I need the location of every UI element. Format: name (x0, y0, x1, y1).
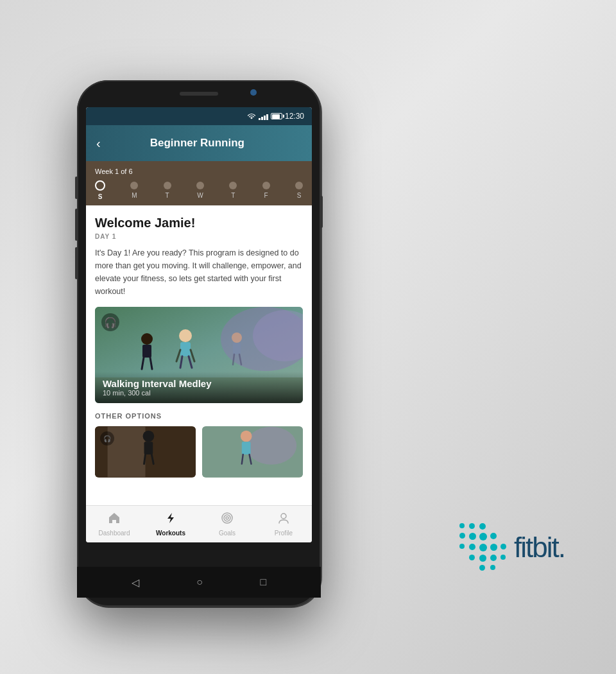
bolt-svg-icon (164, 512, 177, 524)
svg-rect-21 (144, 442, 153, 454)
svg-rect-15 (233, 343, 241, 354)
phone-btn-power (320, 196, 323, 228)
status-icons: 12:30 (247, 112, 304, 121)
day-label-f: F (264, 192, 268, 199)
day-label-t2: T (231, 192, 235, 199)
battery-icon (271, 113, 282, 119)
header-title: Beginner Running (106, 137, 289, 150)
day-label-t1: T (166, 192, 169, 199)
workout-card[interactable]: 🎧 Walking Interval Medley 10 min, 300 ca… (95, 307, 303, 403)
dot (469, 544, 475, 550)
android-back-button[interactable]: ◁ (132, 576, 139, 589)
day-dot-f (262, 182, 270, 189)
svg-point-10 (141, 333, 153, 345)
day-dot-t1 (164, 182, 171, 189)
day-item-s1[interactable]: S (95, 180, 105, 200)
nav-item-goals[interactable]: Goals (199, 512, 255, 537)
android-recent-button[interactable]: □ (261, 576, 267, 588)
workouts-icon (164, 512, 177, 528)
svg-point-25 (246, 427, 297, 465)
week-selector: Week 1 of 6 S M T W (86, 161, 312, 205)
phone-btn-vol-down (75, 247, 78, 279)
svg-point-31 (224, 515, 230, 521)
day-label-m: M (132, 192, 137, 199)
nav-label-profile: Profile (275, 530, 293, 537)
android-nav: ◁ ○ □ (77, 567, 321, 598)
dot (469, 533, 476, 540)
android-home-button[interactable]: ○ (196, 576, 203, 588)
fitbit-dots-grid (459, 523, 504, 571)
day-indicator: DAY 1 (95, 233, 303, 240)
svg-point-14 (232, 333, 242, 343)
option-card-2-bg (202, 426, 303, 478)
svg-rect-11 (142, 345, 151, 358)
svg-rect-5 (180, 342, 191, 356)
other-options-label: OTHER OPTIONS (95, 412, 303, 420)
day-item-s2[interactable]: S (295, 182, 303, 199)
dot (469, 523, 475, 529)
fitbit-logo: fitbit. (459, 523, 565, 571)
day-item-t2[interactable]: T (229, 182, 237, 199)
dot (459, 544, 465, 549)
option-1-headphone-icon: 🎧 (100, 431, 114, 445)
dot (479, 523, 486, 530)
workout-card-overlay: Walking Interval Medley 10 min, 300 cal (95, 372, 303, 403)
nav-item-dashboard[interactable]: Dashboard (86, 512, 142, 537)
day-label-w: W (197, 192, 203, 199)
bottom-nav: Dashboard Workouts Goals (86, 505, 312, 542)
phone-speaker (180, 92, 218, 96)
workout-card-title: Walking Interval Medley (103, 378, 295, 389)
back-button[interactable]: ‹ (96, 136, 101, 151)
dashboard-icon (108, 512, 121, 528)
svg-point-20 (143, 431, 155, 442)
dot (479, 544, 487, 551)
dot (501, 555, 506, 560)
phone-screen: 12:30 ‹ Beginner Running Week 1 of 6 S M (86, 107, 312, 542)
nav-label-dashboard: Dashboard (99, 530, 130, 537)
dot (490, 533, 497, 539)
option-card-2-image (202, 426, 303, 478)
profile-icon (277, 512, 290, 528)
goals-icon (221, 512, 234, 528)
dot (490, 544, 497, 551)
option-card-2[interactable] (202, 426, 303, 478)
headphone-icon: 🎧 (101, 313, 119, 331)
svg-point-33 (281, 514, 286, 519)
status-bar: 12:30 (86, 107, 312, 125)
day-dot-t2 (229, 182, 237, 189)
nav-item-profile[interactable]: Profile (255, 512, 312, 537)
dot (459, 533, 465, 539)
day-dot-s1 (95, 180, 105, 191)
day-dot-s2 (295, 182, 303, 189)
phone-device: 12:30 ‹ Beginner Running Week 1 of 6 S M (77, 80, 321, 607)
content-area: Welcome Jamie! DAY 1 It's Day 1! Are you… (86, 205, 312, 499)
fitbit-wordmark: fitbit. (514, 531, 565, 564)
dot (459, 523, 465, 528)
wifi-icon (247, 113, 256, 120)
day-item-m[interactable]: M (130, 182, 138, 199)
phone-camera (250, 89, 257, 96)
svg-line-22 (144, 454, 146, 464)
nav-item-workouts[interactable]: Workouts (142, 512, 199, 537)
day-item-t1[interactable]: T (164, 182, 171, 199)
welcome-text: It's Day 1! Are you ready? This program … (95, 246, 303, 298)
day-label-s2: S (297, 192, 302, 199)
option-card-1[interactable]: 🎧 (95, 426, 196, 478)
phone-btn-vol-up (75, 209, 78, 241)
phone-btn-mute (75, 177, 78, 199)
day-item-w[interactable]: W (196, 182, 204, 199)
other-options-row: 🎧 (95, 426, 303, 478)
dot (479, 565, 485, 571)
dot (479, 555, 486, 562)
day-item-f[interactable]: F (262, 182, 270, 199)
dot (479, 533, 487, 540)
nav-label-workouts: Workouts (156, 530, 185, 537)
status-time: 12:30 (285, 112, 304, 121)
svg-rect-27 (242, 442, 251, 454)
day-dot-m (130, 182, 138, 189)
dot (501, 544, 506, 549)
svg-point-26 (241, 431, 252, 442)
signal-icon (259, 113, 268, 120)
app-header: ‹ Beginner Running (86, 125, 312, 161)
home-svg-icon (108, 512, 121, 524)
